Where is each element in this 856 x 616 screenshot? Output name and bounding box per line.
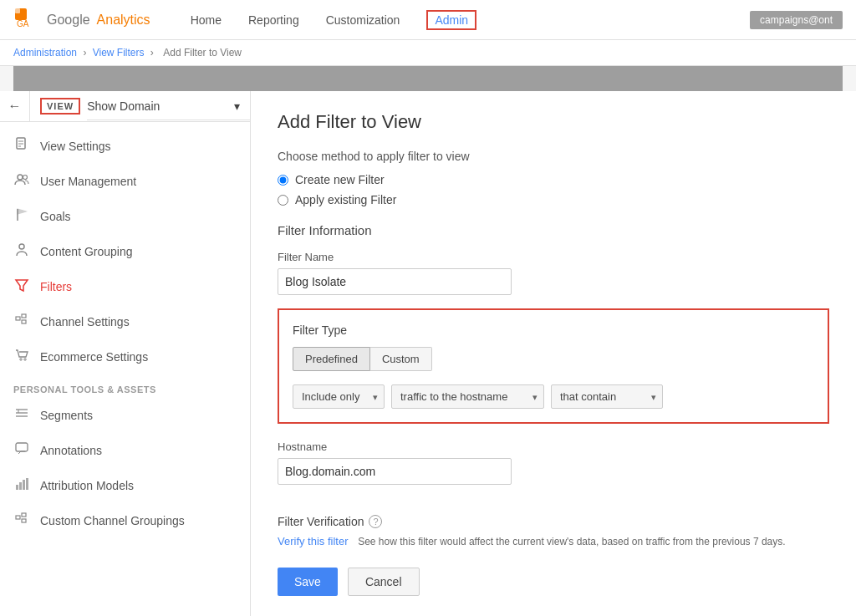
filter-name-label: Filter Name — [278, 251, 829, 263]
sidebar-label-channel-settings: Channel Settings — [40, 315, 130, 328]
sidebar-label-content-grouping: Content Grouping — [40, 245, 133, 258]
sidebar-label-filters: Filters — [40, 280, 72, 293]
verify-link[interactable]: Verify this filter — [278, 535, 349, 547]
svg-rect-15 — [22, 320, 26, 323]
that-contain-wrapper: that contain that are equal to that begi… — [551, 384, 663, 409]
sidebar-item-custom-channel-groupings[interactable]: Custom Channel Groupings — [0, 503, 250, 538]
filter-type-box: Filter Type Predefined Custom Include on… — [278, 308, 829, 424]
breadcrumb: Administration › View Filters › Add Filt… — [0, 40, 856, 66]
save-button[interactable]: Save — [278, 568, 338, 596]
action-buttons: Save Cancel — [278, 568, 829, 596]
hostname-section: Hostname — [278, 440, 829, 498]
verify-desc: See how this filter would affect the cur… — [358, 536, 785, 547]
channel-icon — [13, 313, 30, 331]
help-icon[interactable]: ? — [369, 515, 382, 528]
filter-btn-custom[interactable]: Custom — [370, 347, 432, 371]
view-label: VIEW — [40, 98, 80, 115]
segments-icon — [13, 406, 30, 425]
filter-type-buttons: Predefined Custom — [293, 347, 814, 371]
include-only-wrapper: Include only Exclude — [293, 384, 385, 409]
doc-icon — [13, 137, 30, 155]
sidebar: ← VIEW Show Domain ▾ View Settings User … — [0, 91, 251, 616]
sidebar-label-segments: Segments — [40, 409, 93, 422]
back-button[interactable]: ← — [0, 91, 30, 121]
logo-analytics-text: Analytics — [97, 13, 150, 28]
filter-name-input[interactable] — [278, 268, 512, 295]
personal-tools-label: PERSONAL TOOLS & ASSETS — [0, 374, 250, 398]
radio-apply-existing-label: Apply existing Filter — [295, 193, 396, 206]
sidebar-label-goals: Goals — [40, 210, 71, 223]
svg-rect-2 — [15, 8, 20, 13]
method-label: Choose method to apply filter to view — [278, 150, 829, 163]
svg-rect-29 — [22, 519, 26, 522]
svg-point-8 — [18, 175, 23, 180]
sidebar-item-segments[interactable]: Segments — [0, 398, 250, 433]
breadcrumb-current: Add Filter to View — [163, 47, 242, 59]
logo-google-text: Google — [47, 13, 90, 28]
nav-reporting[interactable]: Reporting — [235, 0, 313, 40]
svg-point-11 — [19, 244, 24, 249]
filter-btn-predefined[interactable]: Predefined — [293, 347, 370, 371]
svg-rect-27 — [16, 516, 20, 519]
sidebar-item-goals[interactable]: Goals — [0, 199, 250, 234]
app-logo: GA Google Analytics — [13, 7, 150, 33]
sidebar-item-view-settings[interactable]: View Settings — [0, 129, 250, 164]
filter-type-title: Filter Type — [293, 323, 814, 337]
sidebar-item-user-management[interactable]: User Management — [0, 164, 250, 199]
svg-rect-25 — [23, 480, 25, 490]
cancel-button[interactable]: Cancel — [348, 568, 420, 596]
svg-rect-26 — [26, 478, 28, 490]
traffic-to-hostname-wrapper: traffic to the hostname traffic to the s… — [391, 384, 544, 409]
breadcrumb-view-filters[interactable]: View Filters — [93, 47, 145, 59]
nav-customization[interactable]: Customization — [313, 0, 414, 40]
breadcrumb-admin[interactable]: Administration — [13, 47, 77, 59]
filter-dropdowns: Include only Exclude traffic to the host… — [293, 384, 814, 409]
sidebar-item-content-grouping[interactable]: Content Grouping — [0, 234, 250, 269]
sidebar-item-filters[interactable]: Filters — [0, 269, 250, 304]
main-layout: ← VIEW Show Domain ▾ View Settings User … — [0, 91, 856, 616]
sidebar-item-attribution-models[interactable]: Attribution Models — [0, 468, 250, 503]
radio-apply-existing-input[interactable] — [278, 195, 288, 206]
include-only-select[interactable]: Include only Exclude — [293, 384, 385, 409]
sidebar-label-user-management: User Management — [40, 175, 136, 188]
radio-create-new[interactable]: Create new Filter — [278, 173, 829, 186]
radio-create-new-input[interactable] — [278, 175, 288, 186]
attribution-icon — [13, 476, 30, 495]
radio-apply-existing[interactable]: Apply existing Filter — [278, 193, 829, 206]
svg-point-9 — [23, 176, 28, 180]
sidebar-label-annotations: Annotations — [40, 444, 102, 457]
annotations-icon — [13, 441, 30, 460]
verification-title: Filter Verification ? — [278, 515, 829, 528]
sidebar-item-ecommerce-settings[interactable]: Ecommerce Settings — [0, 339, 250, 374]
sidebar-item-annotations[interactable]: Annotations — [0, 433, 250, 468]
svg-rect-13 — [16, 317, 20, 320]
nav-admin[interactable]: Admin — [413, 0, 490, 40]
sidebar-label-custom-channel: Custom Channel Groupings — [40, 514, 185, 527]
gray-banner — [13, 66, 843, 91]
view-dropdown[interactable]: Show Domain ▾ — [87, 93, 250, 120]
radio-create-new-label: Create new Filter — [295, 173, 385, 186]
cart-icon — [13, 348, 30, 366]
chevron-down-icon: ▾ — [234, 99, 240, 113]
sidebar-item-channel-settings[interactable]: Channel Settings — [0, 304, 250, 339]
breadcrumb-sep2: › — [150, 47, 156, 59]
top-nav: GA Google Analytics Home Reporting Custo… — [0, 0, 856, 40]
channel2-icon — [13, 512, 30, 530]
that-contain-select[interactable]: that contain that are equal to that begi… — [551, 384, 663, 409]
traffic-to-hostname-select[interactable]: traffic to the hostname traffic to the s… — [391, 384, 544, 409]
svg-point-16 — [20, 359, 22, 360]
sidebar-header: ← VIEW Show Domain ▾ — [0, 91, 250, 122]
filter-icon — [13, 277, 30, 296]
svg-point-17 — [24, 359, 26, 360]
hostname-input[interactable] — [278, 458, 512, 485]
filter-info-title: Filter Information — [278, 223, 829, 237]
verification-section: Filter Verification ? Verify this filter… — [278, 515, 829, 547]
admin-label: Admin — [426, 10, 476, 30]
page-title: Add Filter to View — [278, 111, 829, 133]
ga-logo-icon: GA — [13, 7, 40, 33]
nav-home[interactable]: Home — [177, 0, 235, 40]
svg-rect-28 — [22, 513, 26, 517]
user-account[interactable]: campaigns@ont — [750, 11, 843, 29]
sidebar-label-view-settings: View Settings — [40, 140, 111, 153]
person-icon — [13, 242, 30, 261]
